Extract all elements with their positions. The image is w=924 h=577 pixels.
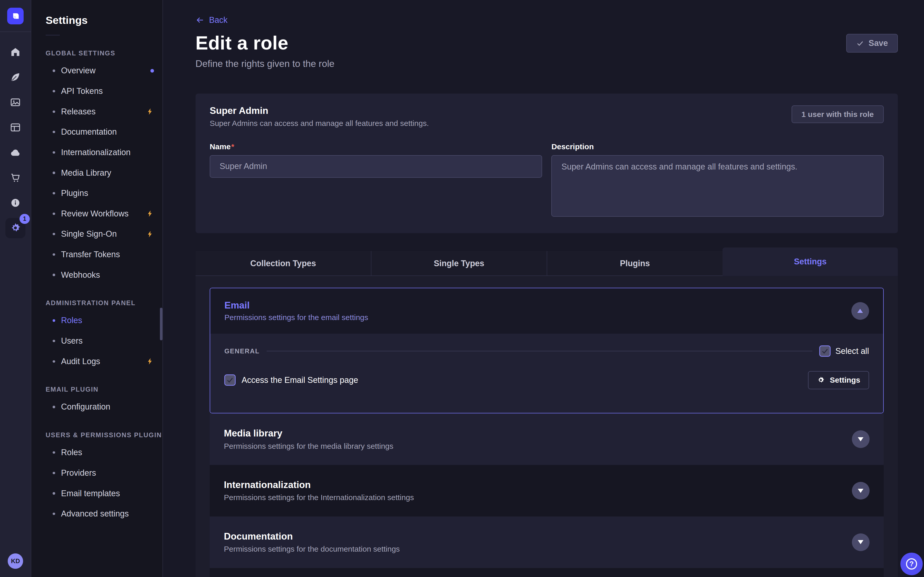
permissions-tabs: Collection Types Single Types Plugins Se… <box>195 247 898 276</box>
select-all-checkbox[interactable] <box>819 345 830 357</box>
bullet-dot <box>53 513 55 515</box>
sidebar-item-configuration[interactable]: Configuration <box>46 397 163 417</box>
main-nav-rail: 1 KD <box>0 0 31 577</box>
main-content: Back Edit a role Save Define the rights … <box>163 0 924 577</box>
question-mark-icon: ? <box>906 558 918 570</box>
accordion-plugins-and-marketplace[interactable]: Plugins and marketplace <box>210 568 884 577</box>
sidebar-item-audit-logs[interactable]: Audit Logs <box>46 351 163 372</box>
settings-button-label: Settings <box>830 376 860 384</box>
bullet-dot <box>53 90 55 92</box>
sidebar-item-plugins[interactable]: Plugins <box>46 183 163 204</box>
rail-icon-list: 1 <box>5 42 26 243</box>
home-icon[interactable] <box>5 42 26 62</box>
sidebar-item-users[interactable]: Users <box>46 331 163 351</box>
select-all-label: Select all <box>835 347 869 356</box>
bullet-dot <box>53 406 55 408</box>
sidebar-item-providers[interactable]: Providers <box>46 463 163 484</box>
chevron-down-icon <box>858 489 863 493</box>
sidebar-item-webhooks[interactable]: Webhooks <box>46 265 163 285</box>
app-window: 1 KD Settings GLOBAL SETTINGS Overview A… <box>0 0 924 577</box>
marketplace-cart-icon[interactable] <box>5 168 26 188</box>
permission-checkbox[interactable] <box>225 374 236 386</box>
info-icon[interactable] <box>5 193 26 213</box>
rail-divider <box>0 31 31 32</box>
sidebar-item-email-templates[interactable]: Email templates <box>46 483 163 504</box>
bullet-dot <box>53 69 55 72</box>
section-header: ADMINISTRATION PANEL <box>46 299 163 307</box>
accordion-media-library[interactable]: Media library Permissions settings for t… <box>210 413 884 465</box>
content-builder-feather-icon[interactable] <box>5 67 26 87</box>
section-administration-panel: ADMINISTRATION PANEL Roles Users Audit L… <box>46 299 163 372</box>
select-all-control[interactable]: Select all <box>819 345 869 357</box>
tab-settings[interactable]: Settings <box>722 247 898 276</box>
bullet-dot <box>53 451 55 454</box>
sidebar-item-roles-up[interactable]: Roles <box>46 442 163 463</box>
bullet-dot <box>53 360 55 363</box>
page-title: Edit a role <box>195 32 289 54</box>
chevron-down-icon <box>858 437 863 442</box>
section-header: GLOBAL SETTINGS <box>46 50 163 57</box>
sidebar-item-internationalization[interactable]: Internationalization <box>46 142 163 163</box>
section-users-permissions-plugin: USERS & PERMISSIONS PLUGIN Roles Provide… <box>46 431 163 524</box>
subnav-scrollbar-thumb[interactable] <box>160 308 162 340</box>
required-asterisk: * <box>231 142 234 151</box>
sidebar-item-api-tokens[interactable]: API Tokens <box>46 81 163 102</box>
settings-subnav: Settings GLOBAL SETTINGS Overview API To… <box>31 0 163 577</box>
sidebar-item-roles-admin[interactable]: Roles <box>46 310 163 331</box>
bullet-dot <box>53 319 55 322</box>
help-button[interactable]: ? <box>900 553 923 575</box>
lightning-icon <box>146 230 154 238</box>
expand-toggle-button[interactable] <box>852 533 869 551</box>
accordion-email-header[interactable]: Email Permissions settings for the email… <box>210 288 883 334</box>
sidebar-item-releases[interactable]: Releases <box>46 101 163 122</box>
save-button[interactable]: Save <box>846 34 898 53</box>
media-library-icon[interactable] <box>5 92 26 112</box>
section-global-settings: GLOBAL SETTINGS Overview API Tokens Rele… <box>46 50 163 285</box>
settings-tab-panel: Email Permissions settings for the email… <box>195 276 898 577</box>
role-description-textarea[interactable]: Super Admins can access and manage all f… <box>551 155 884 217</box>
sidebar-item-media-library[interactable]: Media Library <box>46 163 163 183</box>
accordion-documentation[interactable]: Documentation Permissions settings for t… <box>210 516 884 568</box>
tab-single-types[interactable]: Single Types <box>371 251 547 276</box>
content-manager-layout-icon[interactable] <box>5 118 26 137</box>
user-avatar[interactable]: KD <box>8 553 23 569</box>
bullet-dot <box>53 172 55 174</box>
tab-plugins[interactable]: Plugins <box>547 251 722 276</box>
bullet-dot <box>53 151 55 154</box>
bullet-dot <box>53 340 55 342</box>
permission-item[interactable]: Access the Email Settings page <box>225 374 358 386</box>
accordion-subtitle: Permissions settings for the email setti… <box>225 313 368 322</box>
sidebar-item-single-sign-on[interactable]: Single Sign-On <box>46 224 163 244</box>
sidebar-item-documentation[interactable]: Documentation <box>46 122 163 142</box>
accordion-subtitle: Permissions settings for the media libra… <box>224 442 393 451</box>
sidebar-item-overview[interactable]: Overview <box>46 61 163 81</box>
notification-dot <box>150 69 154 73</box>
accordion-title: Documentation <box>224 531 400 542</box>
accordion-internationalization[interactable]: Internationalization Permissions setting… <box>210 465 884 516</box>
sidebar-item-review-workflows[interactable]: Review Workflows <box>46 203 163 224</box>
collapse-toggle-button[interactable] <box>851 302 869 320</box>
accordion-title: Email <box>225 300 368 311</box>
sidebar-item-transfer-tokens[interactable]: Transfer Tokens <box>46 244 163 265</box>
back-link[interactable]: Back <box>195 15 228 25</box>
strapi-logo-icon <box>11 11 20 21</box>
lightning-icon <box>146 108 154 115</box>
role-name-input[interactable] <box>210 155 542 178</box>
users-with-role-button[interactable]: 1 user with this role <box>792 105 884 123</box>
section-header: EMAIL PLUGIN <box>46 386 163 393</box>
bullet-dot <box>53 233 55 235</box>
cloud-icon[interactable] <box>5 143 26 163</box>
expand-toggle-button[interactable] <box>852 430 869 448</box>
check-icon <box>821 347 829 355</box>
settings-gear-icon[interactable]: 1 <box>5 218 26 238</box>
settings-notification-badge: 1 <box>19 214 29 224</box>
sidebar-item-advanced-settings[interactable]: Advanced settings <box>46 504 163 524</box>
bullet-dot <box>53 253 55 256</box>
strapi-logo[interactable] <box>7 8 24 24</box>
tab-collection-types[interactable]: Collection Types <box>195 251 371 276</box>
expand-toggle-button[interactable] <box>852 482 869 500</box>
bullet-dot <box>53 131 55 133</box>
bullet-dot <box>53 274 55 276</box>
email-settings-button[interactable]: Settings <box>808 371 869 390</box>
permission-label: Access the Email Settings page <box>242 376 358 385</box>
